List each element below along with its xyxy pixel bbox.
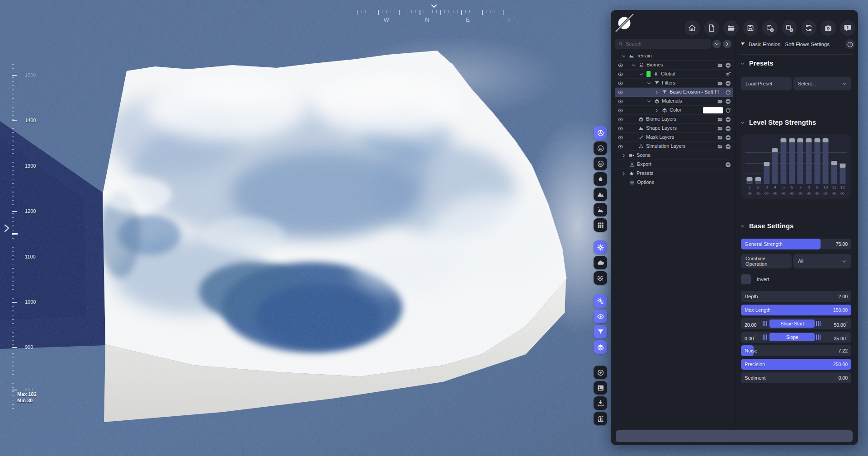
settings-info-button[interactable] bbox=[845, 39, 855, 49]
level-step-slider-4[interactable] bbox=[771, 134, 779, 184]
chevron-down-icon[interactable] bbox=[646, 81, 651, 86]
level-step-slider-1[interactable] bbox=[745, 134, 754, 184]
visibility-eye-icon[interactable] bbox=[618, 144, 623, 150]
chevron-down-icon[interactable] bbox=[646, 99, 651, 104]
visibility-eye-icon[interactable] bbox=[618, 71, 623, 77]
record-button[interactable] bbox=[594, 366, 607, 379]
visibility-eye-icon[interactable] bbox=[618, 62, 623, 68]
visibility-eye-icon[interactable] bbox=[618, 89, 623, 95]
plus-icon[interactable] bbox=[725, 162, 731, 168]
level-step-handle[interactable] bbox=[772, 148, 778, 152]
level-step-slider-7[interactable] bbox=[796, 134, 805, 184]
range-segment[interactable]: Slope bbox=[769, 333, 815, 341]
plus-icon[interactable] bbox=[725, 99, 731, 104]
level-step-slider-10[interactable] bbox=[821, 134, 830, 184]
screenshot-button[interactable] bbox=[821, 20, 836, 36]
range-left-handle[interactable] bbox=[763, 334, 767, 340]
slope-range-slider[interactable]: Slope0.00°35.00° bbox=[741, 332, 851, 343]
help-button[interactable]: ? bbox=[840, 20, 855, 36]
range-segment[interactable]: Slope Start bbox=[769, 320, 815, 328]
general-strength-slider[interactable]: General Strength75.00 bbox=[741, 239, 851, 249]
precision-slider[interactable]: Precision250.00 bbox=[741, 359, 851, 370]
preset-select[interactable]: Select... bbox=[793, 77, 851, 90]
tree-item-terrain[interactable]: Terrain bbox=[615, 52, 733, 61]
visibility-eye-icon[interactable] bbox=[618, 99, 623, 104]
rebuild-button[interactable] bbox=[801, 20, 816, 36]
level-step-slider-9[interactable] bbox=[813, 134, 821, 184]
chevron-down-icon[interactable] bbox=[631, 63, 636, 68]
layers-plus-icon[interactable] bbox=[725, 71, 731, 77]
noise-slider[interactable]: Noise7.22 bbox=[741, 345, 851, 356]
folder-icon[interactable] bbox=[717, 99, 723, 104]
plus-icon[interactable] bbox=[725, 117, 731, 122]
level-step-slider-12[interactable] bbox=[838, 134, 847, 184]
folder-icon[interactable] bbox=[717, 62, 723, 68]
folder-icon[interactable] bbox=[717, 135, 723, 141]
level-step-eye-toggle[interactable] bbox=[838, 191, 847, 196]
level-step-handle[interactable] bbox=[823, 138, 829, 142]
level-step-eye-toggle[interactable] bbox=[805, 191, 813, 196]
statistics-button[interactable] bbox=[594, 412, 607, 425]
save-as-button[interactable] bbox=[762, 20, 778, 36]
base-settings-section-header[interactable]: Base Settings bbox=[740, 221, 794, 230]
view-erosion-button[interactable] bbox=[594, 172, 607, 186]
range-right-handle[interactable] bbox=[816, 321, 821, 326]
plus-icon[interactable] bbox=[725, 126, 731, 132]
tree-item-presets[interactable]: Presets bbox=[615, 169, 733, 178]
visibility-eye-icon[interactable] bbox=[618, 126, 623, 132]
view-grid-button[interactable] bbox=[594, 218, 607, 232]
level-step-eye-toggle[interactable] bbox=[796, 191, 805, 196]
level-step-handle[interactable] bbox=[755, 177, 761, 181]
tree-item-scene[interactable]: Scene bbox=[615, 151, 733, 160]
folder-icon[interactable] bbox=[717, 126, 723, 132]
expand-panel-chevron[interactable] bbox=[3, 223, 11, 233]
toggle-filters-button[interactable] bbox=[594, 325, 607, 338]
view-terrain-outline-button[interactable] bbox=[594, 157, 607, 170]
toggle-layers-button[interactable] bbox=[594, 340, 607, 354]
tree-item-mask-layers[interactable]: Mask Layers bbox=[615, 133, 733, 142]
level-step-slider-3[interactable] bbox=[762, 134, 771, 184]
view-3d-button[interactable] bbox=[594, 126, 607, 140]
level-step-handle[interactable] bbox=[781, 138, 787, 142]
layer-color-swatch[interactable] bbox=[646, 71, 651, 77]
environment-water-button[interactable] bbox=[594, 271, 607, 285]
visibility-eye-icon[interactable] bbox=[618, 108, 623, 113]
environment-clouds-button[interactable] bbox=[594, 256, 607, 269]
level-step-eye-toggle[interactable] bbox=[788, 191, 796, 196]
presets-section-header[interactable]: Presets bbox=[740, 59, 774, 68]
level-step-slider-8[interactable] bbox=[805, 134, 813, 184]
view-detail-button[interactable] bbox=[594, 203, 607, 216]
visibility-eye-icon[interactable] bbox=[618, 80, 623, 86]
tree-expand-all-button[interactable] bbox=[723, 40, 731, 48]
chevron-right-icon[interactable] bbox=[654, 108, 659, 113]
range-right-handle[interactable] bbox=[816, 334, 821, 340]
level-step-slider-6[interactable] bbox=[788, 134, 796, 184]
save-button[interactable] bbox=[743, 20, 758, 36]
level-step-handle[interactable] bbox=[814, 138, 820, 142]
app-logo[interactable] bbox=[614, 14, 634, 32]
level-step-eye-toggle[interactable] bbox=[754, 191, 763, 196]
new-project-button[interactable] bbox=[704, 20, 719, 36]
slope-start-range-slider[interactable]: Slope Start20.00°50.00° bbox=[741, 318, 851, 329]
tree-item-biomes[interactable]: Biomes bbox=[615, 61, 733, 70]
refresh-icon[interactable] bbox=[725, 108, 731, 113]
visibility-eye-icon[interactable] bbox=[618, 117, 623, 122]
combine-operation-select[interactable]: All bbox=[793, 254, 851, 268]
color-value-swatch[interactable] bbox=[703, 107, 723, 113]
level-step-eye-toggle[interactable] bbox=[771, 191, 779, 196]
plus-icon[interactable] bbox=[725, 135, 731, 141]
refresh-icon[interactable] bbox=[725, 89, 731, 95]
tree-item-biome-layers[interactable]: Biome Layers bbox=[615, 115, 733, 124]
max-length-slider[interactable]: Max Length150.00 bbox=[741, 305, 851, 315]
chevron-right-icon[interactable] bbox=[621, 153, 626, 158]
view-terrain-solid-button[interactable] bbox=[594, 141, 607, 155]
plus-icon[interactable] bbox=[725, 62, 731, 68]
level-step-handle[interactable] bbox=[797, 138, 803, 142]
plus-icon[interactable] bbox=[725, 144, 731, 150]
invert-checkbox[interactable] bbox=[741, 274, 751, 284]
level-step-eye-toggle[interactable] bbox=[830, 191, 839, 196]
chevron-right-icon[interactable] bbox=[621, 171, 626, 176]
tree-item-basic-erosion-soft-flows[interactable]: Basic Erosion - Soft Flows bbox=[615, 88, 733, 97]
range-left-handle[interactable] bbox=[763, 321, 767, 326]
tree-item-options[interactable]: Options bbox=[615, 178, 733, 187]
